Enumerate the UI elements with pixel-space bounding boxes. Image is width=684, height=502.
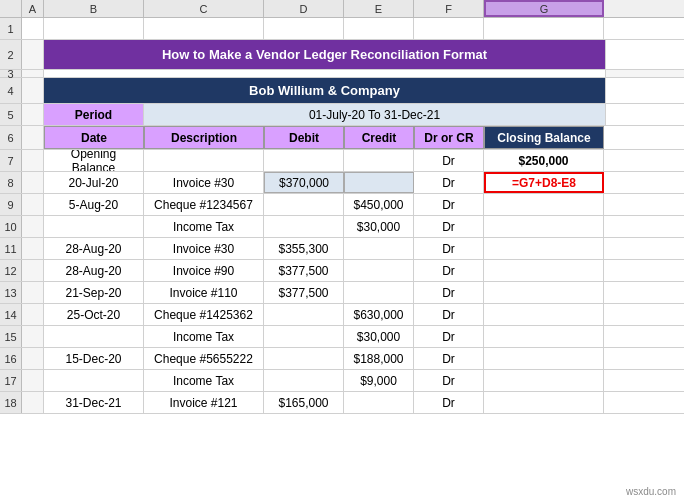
row-num-11: 11	[0, 238, 22, 259]
cell-13e	[344, 282, 414, 303]
cell-17a	[22, 370, 44, 391]
col-header-d: D	[264, 0, 344, 17]
cell-10a	[22, 216, 44, 237]
cell-1e	[344, 18, 414, 39]
cell-12e	[344, 260, 414, 281]
row-9: 9 5-Aug-20 Cheque #1234567 $450,000 Dr	[0, 194, 684, 216]
cell-1f	[414, 18, 484, 39]
cell-18e	[344, 392, 414, 413]
cell-8b-date: 20-Jul-20	[44, 172, 144, 193]
col-header-f: F	[414, 0, 484, 17]
cell-2a	[22, 40, 44, 69]
cell-9d	[264, 194, 344, 215]
header-debit: Debit	[264, 126, 344, 149]
cell-18f: Dr	[414, 392, 484, 413]
cell-11b: 28-Aug-20	[44, 238, 144, 259]
cell-11d: $355,300	[264, 238, 344, 259]
cell-7c	[144, 150, 264, 171]
cell-15a	[22, 326, 44, 347]
row-18: 18 31-Dec-21 Invoice #121 $165,000 Dr	[0, 392, 684, 414]
cell-14c: Cheque #1425362	[144, 304, 264, 325]
cell-17d	[264, 370, 344, 391]
cell-17c: Income Tax	[144, 370, 264, 391]
cell-15b	[44, 326, 144, 347]
cell-12g	[484, 260, 604, 281]
row-num-5: 5	[0, 104, 22, 125]
cell-12b: 28-Aug-20	[44, 260, 144, 281]
row-2: 2 How to Make a Vendor Ledger Reconcilia…	[0, 40, 684, 70]
row-4: 4 Bob Willium & Company	[0, 78, 684, 104]
cell-7f: Dr	[414, 150, 484, 171]
row-num-12: 12	[0, 260, 22, 281]
header-credit: Credit	[344, 126, 414, 149]
cell-7b: Opening Balance	[44, 150, 144, 171]
column-headers: A B C D E F G	[0, 0, 684, 18]
cell-11f: Dr	[414, 238, 484, 259]
cell-11e	[344, 238, 414, 259]
row-num-18: 18	[0, 392, 22, 413]
cell-16f: Dr	[414, 348, 484, 369]
cell-14g	[484, 304, 604, 325]
row-8: 8 20-Jul-20 Invoice #30 $370,000 Dr =G7+…	[0, 172, 684, 194]
cell-14b: 25-Oct-20	[44, 304, 144, 325]
cell-1a	[22, 18, 44, 39]
row-num-1: 1	[0, 18, 22, 39]
cell-18c: Invoice #121	[144, 392, 264, 413]
cell-17g	[484, 370, 604, 391]
row-num-13: 13	[0, 282, 22, 303]
cell-16a	[22, 348, 44, 369]
cell-1c	[144, 18, 264, 39]
row-14: 14 25-Oct-20 Cheque #1425362 $630,000 Dr	[0, 304, 684, 326]
row-num-3: 3	[0, 70, 22, 77]
cell-10g	[484, 216, 604, 237]
row-num-15: 15	[0, 326, 22, 347]
cell-8d-debit: $370,000	[264, 172, 344, 193]
cell-16g	[484, 348, 604, 369]
cell-8g-formula[interactable]: =G7+D8-E8	[484, 172, 604, 193]
cell-18d: $165,000	[264, 392, 344, 413]
cell-15e: $30,000	[344, 326, 414, 347]
cell-1g	[484, 18, 604, 39]
row-6-headers: 6 Date Description Debit Credit Dr or CR…	[0, 126, 684, 150]
cell-12f: Dr	[414, 260, 484, 281]
cell-7e	[344, 150, 414, 171]
cell-7d	[264, 150, 344, 171]
row-num-9: 9	[0, 194, 22, 215]
row-num-16: 16	[0, 348, 22, 369]
company-name: Bob Willium & Company	[44, 78, 606, 103]
cell-11a	[22, 238, 44, 259]
cell-10f: Dr	[414, 216, 484, 237]
row-1: 1	[0, 18, 684, 40]
cell-14a	[22, 304, 44, 325]
cell-6a	[22, 126, 44, 149]
cell-18g	[484, 392, 604, 413]
cell-9a	[22, 194, 44, 215]
col-header-c: C	[144, 0, 264, 17]
row-num-8: 8	[0, 172, 22, 193]
cell-16c: Cheque #5655222	[144, 348, 264, 369]
cell-13g	[484, 282, 604, 303]
row-7: 7 Opening Balance Dr $250,000	[0, 150, 684, 172]
cell-13b: 21-Sep-20	[44, 282, 144, 303]
cell-16d	[264, 348, 344, 369]
row-num-10: 10	[0, 216, 22, 237]
header-closing-balance: Closing Balance	[484, 126, 604, 149]
cell-12c: Invoice #90	[144, 260, 264, 281]
header-dr-cr: Dr or CR	[414, 126, 484, 149]
spreadsheet-title: How to Make a Vendor Ledger Reconciliati…	[44, 40, 606, 69]
row-num-4: 4	[0, 78, 22, 103]
row-num-14: 14	[0, 304, 22, 325]
spreadsheet-rows: 1 2 How to Make a Vendor Ledger Reconcil…	[0, 18, 684, 502]
cell-14f: Dr	[414, 304, 484, 325]
cell-10c: Income Tax	[144, 216, 264, 237]
cell-4a	[22, 78, 44, 103]
row-3: 3	[0, 70, 684, 78]
cell-7a	[22, 150, 44, 171]
cell-13a	[22, 282, 44, 303]
row-16: 16 15-Dec-20 Cheque #5655222 $188,000 Dr	[0, 348, 684, 370]
cell-8f: Dr	[414, 172, 484, 193]
cell-8c-desc: Invoice #30	[144, 172, 264, 193]
cell-13c: Invoice #110	[144, 282, 264, 303]
cell-16e: $188,000	[344, 348, 414, 369]
cell-10b	[44, 216, 144, 237]
